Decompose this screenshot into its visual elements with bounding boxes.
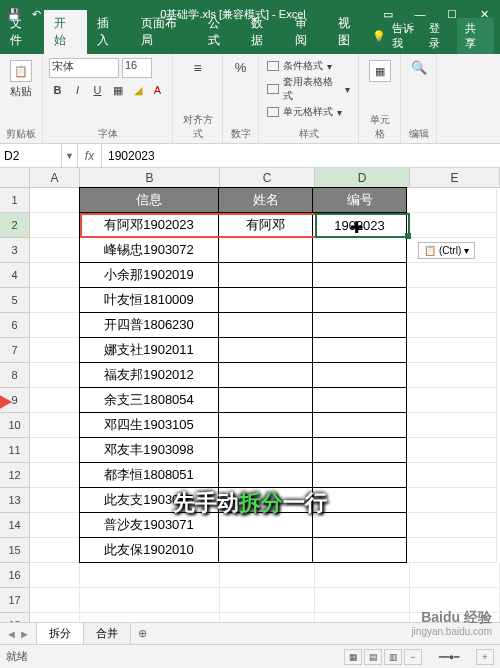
tab-layout[interactable]: 页面布局: [131, 10, 198, 54]
cell[interactable]: [30, 538, 80, 563]
row-header[interactable]: 4: [0, 263, 30, 288]
share-button[interactable]: 共享: [457, 18, 494, 54]
cell[interactable]: [407, 413, 497, 438]
zoom-in-button[interactable]: +: [476, 649, 494, 665]
align-button[interactable]: ≡: [179, 58, 216, 78]
tell-me[interactable]: 告诉我: [392, 21, 424, 51]
cell[interactable]: [312, 262, 407, 288]
cell[interactable]: 娜支社1902011: [79, 337, 219, 363]
name-box[interactable]: D2: [0, 144, 62, 167]
cell[interactable]: [30, 463, 80, 488]
row-header[interactable]: 10: [0, 413, 30, 438]
col-header-e[interactable]: E: [410, 168, 500, 188]
cell[interactable]: [220, 588, 315, 613]
sheet-nav[interactable]: ◄►: [0, 628, 36, 640]
cell[interactable]: 邓友丰1903098: [79, 437, 219, 463]
cell[interactable]: 福友邦1902012: [79, 362, 219, 388]
cell[interactable]: 开四普1806230: [79, 312, 219, 338]
cell[interactable]: [315, 563, 410, 588]
select-all-corner[interactable]: [0, 168, 30, 188]
cell[interactable]: [218, 387, 313, 413]
row-header[interactable]: 12: [0, 463, 30, 488]
cell[interactable]: 此友保1902010: [79, 537, 219, 563]
fill-color-button[interactable]: ◢: [129, 81, 146, 99]
cell[interactable]: [407, 538, 497, 563]
cells-button[interactable]: ▦: [365, 58, 394, 84]
number-format-button[interactable]: %: [229, 58, 252, 77]
cell[interactable]: [312, 387, 407, 413]
font-name-combo[interactable]: 宋体: [49, 58, 119, 78]
row-header[interactable]: 7: [0, 338, 30, 363]
cell[interactable]: [407, 313, 497, 338]
cell[interactable]: 信息: [79, 187, 219, 213]
cell[interactable]: [407, 338, 497, 363]
cell[interactable]: 小余那1902019: [79, 262, 219, 288]
cell[interactable]: [407, 438, 497, 463]
cell[interactable]: [30, 388, 80, 413]
tab-formulas[interactable]: 公式: [198, 10, 242, 54]
tab-view[interactable]: 视图: [328, 10, 372, 54]
cell[interactable]: [218, 262, 313, 288]
cell[interactable]: [30, 363, 80, 388]
cell[interactable]: [312, 287, 407, 313]
format-as-table-button[interactable]: 套用表格格式 ▾: [265, 74, 352, 104]
cell[interactable]: [312, 312, 407, 338]
cell[interactable]: [312, 462, 407, 488]
row-header[interactable]: 1: [0, 188, 30, 213]
cell[interactable]: 都李恒1808051: [79, 462, 219, 488]
fx-button[interactable]: fx: [78, 144, 102, 167]
row-header[interactable]: 14: [0, 513, 30, 538]
cell[interactable]: [407, 213, 497, 238]
conditional-format-button[interactable]: 条件格式 ▾: [265, 58, 352, 74]
row-header[interactable]: 5: [0, 288, 30, 313]
paste-options-hint[interactable]: 📋 (Ctrl) ▾: [418, 242, 475, 259]
italic-button[interactable]: I: [69, 81, 86, 99]
cell[interactable]: 1902023: [312, 212, 407, 238]
page-layout-button[interactable]: ▤: [364, 649, 382, 665]
sheet-tab-split[interactable]: 拆分: [36, 623, 84, 645]
name-box-dropdown[interactable]: ▼: [62, 144, 78, 167]
row-header[interactable]: 6: [0, 313, 30, 338]
row-header[interactable]: 16: [0, 563, 30, 588]
cell[interactable]: [218, 537, 313, 563]
bold-button[interactable]: B: [49, 81, 66, 99]
cell[interactable]: [30, 263, 80, 288]
formula-input[interactable]: 1902023: [102, 144, 500, 167]
cell[interactable]: [218, 362, 313, 388]
cell[interactable]: [30, 213, 80, 238]
editing-button[interactable]: 🔍: [407, 58, 430, 77]
row-header[interactable]: 17: [0, 588, 30, 613]
col-header-d[interactable]: D: [315, 168, 410, 188]
cell[interactable]: [30, 238, 80, 263]
cell[interactable]: [407, 263, 497, 288]
new-sheet-button[interactable]: ⊕: [130, 627, 155, 640]
row-header[interactable]: 11: [0, 438, 30, 463]
cell-styles-button[interactable]: 单元格样式 ▾: [265, 104, 352, 120]
cell[interactable]: [407, 288, 497, 313]
row-header[interactable]: 8: [0, 363, 30, 388]
cell[interactable]: [407, 513, 497, 538]
tab-insert[interactable]: 插入: [87, 10, 131, 54]
cell[interactable]: [407, 188, 497, 213]
tab-review[interactable]: 审阅: [285, 10, 329, 54]
paste-button[interactable]: 📋 粘贴: [6, 58, 36, 101]
cell[interactable]: 编号: [312, 187, 407, 213]
cell[interactable]: [410, 563, 500, 588]
cell[interactable]: 余支三1808054: [79, 387, 219, 413]
cell[interactable]: [218, 287, 313, 313]
cell[interactable]: [312, 362, 407, 388]
tab-file[interactable]: 文件: [0, 10, 44, 54]
cell[interactable]: [30, 513, 80, 538]
cell[interactable]: [30, 188, 80, 213]
row-header[interactable]: 3: [0, 238, 30, 263]
worksheet-grid[interactable]: ABCDE 123456789101112131415161718 信息姓名编号…: [0, 168, 500, 638]
cell[interactable]: [30, 313, 80, 338]
cell[interactable]: [30, 413, 80, 438]
font-size-combo[interactable]: 16: [122, 58, 152, 78]
zoom-out-button[interactable]: −: [404, 649, 422, 665]
sheet-tab-merge[interactable]: 合并: [83, 623, 131, 645]
cell[interactable]: [312, 412, 407, 438]
cell[interactable]: [30, 288, 80, 313]
cell[interactable]: [312, 337, 407, 363]
border-button[interactable]: ▦: [109, 81, 126, 99]
